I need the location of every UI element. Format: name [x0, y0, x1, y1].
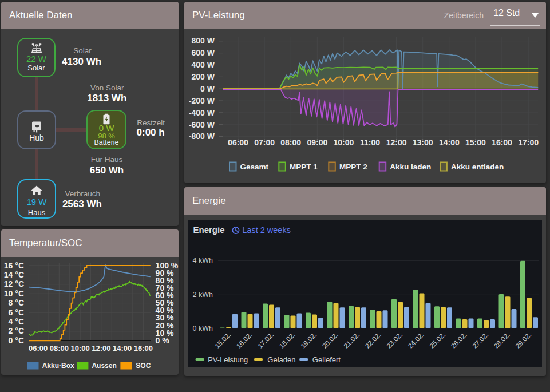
svg-text:4 °C: 4 °C — [9, 317, 24, 326]
svg-text:Gesamt: Gesamt — [240, 163, 269, 171]
svg-text:06:00: 06:00 — [29, 344, 48, 353]
svg-text:06:00: 06:00 — [228, 138, 248, 147]
svg-text:28.02.: 28.02. — [492, 331, 511, 350]
svg-text:19.02.: 19.02. — [299, 331, 318, 350]
svg-text:14:00: 14:00 — [439, 138, 460, 147]
svg-text:Last 2 weeks: Last 2 weeks — [242, 225, 291, 235]
svg-text:14:00: 14:00 — [113, 344, 132, 353]
svg-text:0 %: 0 % — [156, 336, 170, 345]
svg-text:0 °C: 0 °C — [9, 336, 24, 345]
svg-text:12:00: 12:00 — [386, 138, 407, 147]
svg-text:800 W: 800 W — [192, 36, 215, 45]
svg-text:08:00: 08:00 — [280, 138, 301, 147]
svg-text:20.02.: 20.02. — [320, 331, 339, 350]
svg-text:PV-Leistung: PV-Leistung — [208, 355, 248, 364]
svg-text:600 W: 600 W — [192, 48, 215, 57]
svg-text:Akku laden: Akku laden — [390, 163, 431, 171]
svg-text:26.02.: 26.02. — [449, 331, 468, 350]
svg-text:16:00: 16:00 — [134, 344, 153, 353]
svg-text:Energie: Energie — [193, 225, 225, 235]
svg-text:4 kWh: 4 kWh — [193, 256, 213, 264]
svg-text:Aussen: Aussen — [92, 362, 116, 370]
svg-text:16.02.: 16.02. — [235, 331, 254, 350]
svg-text:22.02.: 22.02. — [363, 331, 382, 350]
svg-text:Akku-Box: Akku-Box — [42, 362, 74, 370]
svg-text:12 °C: 12 °C — [4, 279, 24, 288]
svg-text:16 °C: 16 °C — [4, 261, 24, 270]
svg-text:15:00: 15:00 — [465, 138, 486, 147]
svg-text:0 W: 0 W — [200, 84, 215, 93]
svg-text:-400 W: -400 W — [189, 108, 215, 117]
svg-text:8 °C: 8 °C — [9, 298, 24, 307]
svg-text:17.02.: 17.02. — [256, 331, 275, 350]
svg-text:29.02.: 29.02. — [514, 331, 533, 350]
svg-text:10 °C: 10 °C — [4, 289, 24, 298]
svg-text:Geliefert: Geliefert — [312, 355, 341, 364]
svg-text:10:00: 10:00 — [333, 138, 354, 147]
svg-text:17:00: 17:00 — [518, 138, 539, 147]
svg-text:16:00: 16:00 — [492, 138, 512, 147]
svg-text:2 °C: 2 °C — [9, 326, 24, 335]
svg-text:18.02.: 18.02. — [278, 331, 296, 350]
svg-text:MPPT 2: MPPT 2 — [339, 163, 367, 171]
svg-text:14 °C: 14 °C — [4, 270, 24, 279]
svg-text:10:00: 10:00 — [70, 344, 89, 353]
svg-text:25.02.: 25.02. — [428, 331, 447, 350]
svg-text:13:00: 13:00 — [413, 138, 433, 147]
svg-text:-800 W: -800 W — [189, 132, 215, 141]
svg-text:-600 W: -600 W — [189, 120, 215, 129]
svg-text:15.02.: 15.02. — [213, 331, 232, 350]
svg-text:23.02.: 23.02. — [385, 331, 404, 350]
svg-text:Akku entladen: Akku entladen — [451, 163, 504, 171]
svg-text:MPPT 1: MPPT 1 — [290, 163, 318, 171]
svg-text:21.02.: 21.02. — [342, 331, 361, 350]
svg-text:SOC: SOC — [136, 362, 151, 370]
svg-text:27.02.: 27.02. — [471, 331, 490, 350]
svg-text:0 kWh: 0 kWh — [193, 324, 213, 332]
svg-text:200 W: 200 W — [192, 72, 215, 81]
svg-text:11:00: 11:00 — [360, 138, 380, 147]
svg-text:Geladen: Geladen — [267, 355, 295, 364]
svg-text:08:00: 08:00 — [50, 344, 69, 353]
svg-text:24.02.: 24.02. — [406, 331, 425, 350]
svg-text:12:00: 12:00 — [92, 344, 110, 353]
svg-text:-200 W: -200 W — [189, 96, 215, 105]
svg-text:09:00: 09:00 — [307, 138, 327, 147]
svg-text:2 kWh: 2 kWh — [193, 291, 213, 299]
svg-text:400 W: 400 W — [192, 60, 215, 69]
svg-text:6 °C: 6 °C — [9, 308, 24, 317]
svg-text:07:00: 07:00 — [254, 138, 275, 147]
